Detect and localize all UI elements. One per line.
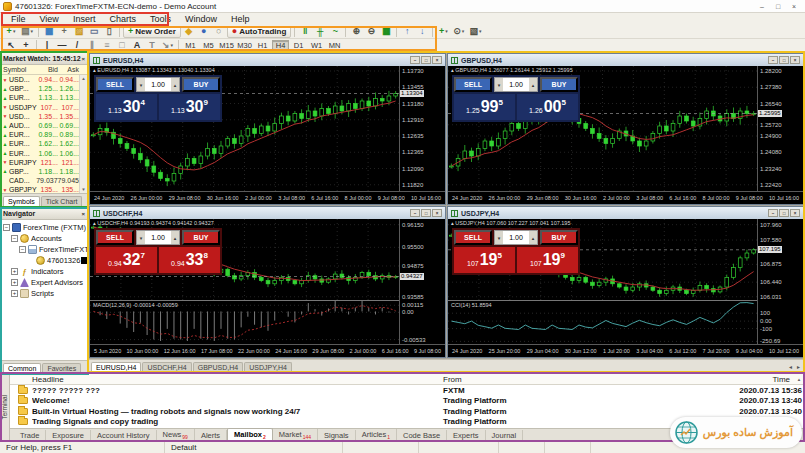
menu-view[interactable]: View — [33, 14, 66, 24]
chart-plot-area[interactable]: ▴ GBPUSD,H4 1.26077 1.26144 1.25912 1.25… — [448, 66, 757, 191]
news-icon[interactable]: ○ — [212, 26, 226, 38]
market-watch-row[interactable]: ▲EUR...1.62...1.62... — [1, 139, 87, 148]
column-header-symbol[interactable]: Symbol — [1, 66, 37, 73]
candlestick-chart-icon[interactable]: ╫ — [313, 26, 327, 38]
profiles-button[interactable]: ▤▾ — [19, 26, 35, 38]
metaeditor-icon[interactable]: ● — [197, 26, 211, 38]
terminal-tab-code-base[interactable]: Code Base — [397, 430, 447, 441]
market-watch-row[interactable]: ▲GBP...1.25...1.26... — [1, 84, 87, 93]
terminal-tab-trade[interactable]: Trade — [14, 430, 46, 441]
navigator-item-47601326[interactable]: 47601326 — [1, 255, 87, 266]
chart-restore-icon[interactable]: □ — [421, 209, 431, 217]
minimize-icon[interactable]: – — [754, 1, 770, 12]
volume-value[interactable]: 1.00 — [145, 78, 171, 91]
arrows-icon[interactable]: ↘▾ — [160, 39, 175, 51]
terminal-tab-articles[interactable]: Articles1 — [356, 429, 397, 441]
menu-file[interactable]: File — [4, 14, 33, 24]
chart-minimize-icon[interactable]: – — [768, 209, 778, 217]
navigator-tab-favorites[interactable]: Favorites — [42, 363, 81, 373]
horizontal-line-icon[interactable]: — — [55, 39, 69, 51]
chart-tab-gbpusd-h4[interactable]: GBPUSD,H4 — [193, 362, 243, 372]
market-watch-row[interactable]: ▲GBP...1.18...1.18... — [1, 167, 87, 176]
new-chart-button[interactable]: +▾ — [4, 26, 18, 38]
buy-button[interactable]: BUY — [182, 77, 220, 92]
bar-chart-icon[interactable]: ‖ — [298, 26, 312, 38]
volume-stepper[interactable]: ▾1.00▴ — [136, 77, 180, 92]
navigator-item-scripts[interactable]: +Scripts — [1, 288, 87, 299]
mail-row[interactable]: Welcome!Trading Platform2020.07.13 13:40 — [10, 396, 805, 407]
terminal-tab-journal[interactable]: Journal — [486, 430, 524, 441]
navigator-item-indicators[interactable]: +ƒIndicators — [1, 266, 87, 277]
market-watch-row[interactable]: ▼USD...0.94...0.94... — [1, 75, 87, 84]
chart-plot-area[interactable]: ▴ EURUSD,H4 1.13087 1.13343 1.13040 1.13… — [90, 66, 399, 191]
sell-button[interactable]: SELL — [96, 230, 134, 245]
market-watch-toggle-icon[interactable]: ▦ — [42, 26, 56, 38]
terminal-tab-market[interactable]: Market144 — [273, 429, 318, 441]
chart-plot-area[interactable]: ▴ USDCHF,H4 0.94193 0.94374 0.94142 0.94… — [90, 219, 399, 344]
collapse-icon[interactable]: − — [11, 235, 18, 242]
scroll-up-icon[interactable]: ▲ — [81, 76, 85, 81]
mail-row[interactable]: Built-in Virtual Hosting — trading robot… — [10, 406, 805, 417]
navigator-item-forextime-fxtm-mt4[interactable]: −ForexTime (FXTM) MT4 — [1, 222, 87, 233]
timeframe-m1[interactable]: M1 — [182, 40, 199, 51]
status-profile[interactable]: Default — [165, 442, 343, 453]
market-watch-tab-symbols[interactable]: Symbols — [3, 196, 40, 206]
text-icon[interactable]: A — [130, 39, 144, 51]
volume-increase-icon[interactable]: ▴ — [529, 78, 537, 91]
maximize-icon[interactable]: □ — [770, 1, 786, 12]
menu-insert[interactable]: Insert — [66, 14, 103, 24]
volume-value[interactable]: 1.00 — [503, 231, 529, 244]
timeframe-mn[interactable]: MN — [326, 40, 343, 51]
volume-stepper[interactable]: ▾1.00▴ — [494, 77, 538, 92]
volume-stepper[interactable]: ▾1.00▴ — [494, 230, 538, 245]
column-header-time[interactable]: Time — [693, 375, 793, 384]
column-header-headline[interactable]: Headline — [10, 375, 443, 384]
collapse-icon[interactable]: − — [3, 224, 10, 231]
chart-close-icon[interactable]: × — [432, 56, 442, 64]
volume-increase-icon[interactable]: ▴ — [529, 231, 537, 244]
vertical-line-icon[interactable]: | — [40, 39, 54, 51]
volume-decrease-icon[interactable]: ▾ — [495, 78, 503, 91]
terminal-tab-signals[interactable]: Signals — [318, 430, 356, 441]
chart-close-icon[interactable]: × — [790, 56, 800, 64]
chart-restore-icon[interactable]: □ — [421, 56, 431, 64]
script-icon[interactable]: ◆ — [182, 26, 196, 38]
timeframe-d1[interactable]: D1 — [290, 40, 307, 51]
chart-close-icon[interactable]: × — [432, 209, 442, 217]
timeframe-m30[interactable]: M30 — [236, 40, 253, 51]
tile-windows-icon[interactable]: ▦ — [379, 26, 393, 38]
expand-icon[interactable]: + — [11, 268, 18, 275]
market-watch-row[interactable]: ▲EUR...0.89...0.89... — [1, 130, 87, 139]
chart-title-bar[interactable]: EURUSD,H4–□× — [90, 54, 445, 66]
market-watch-row[interactable]: ▼GBPJPY135...135... — [1, 185, 87, 193]
arrange-down-icon[interactable]: ↓ — [415, 26, 429, 38]
new-order-button[interactable]: +New Order — [123, 26, 181, 38]
terminal-side-tab[interactable]: Terminal — [0, 374, 10, 441]
navigator-tab-common[interactable]: Common — [3, 363, 41, 373]
market-watch-row[interactable]: ▼EURJPY121...121... — [1, 158, 87, 167]
channel-icon[interactable]: ∥ — [85, 39, 99, 51]
terminal-tab-experts[interactable]: Experts — [447, 430, 485, 441]
volume-decrease-icon[interactable]: ▾ — [137, 231, 145, 244]
timeframe-w1[interactable]: W1 — [308, 40, 325, 51]
indicators-button[interactable]: +▾ — [436, 26, 450, 38]
volume-value[interactable]: 1.00 — [145, 231, 171, 244]
zoom-out-icon[interactable]: ⊖ — [364, 26, 378, 38]
market-watch-row[interactable]: ▲EUR...1.06...1.06... — [1, 149, 87, 158]
chart-tab-usdjpy-h4[interactable]: USDJPY,H4 — [244, 362, 292, 372]
terminal-tab-alerts[interactable]: Alerts — [195, 430, 227, 441]
menu-help[interactable]: Help — [224, 14, 257, 24]
close-icon[interactable]: × — [81, 211, 85, 217]
strategy-tester-icon[interactable]: ▯ — [102, 26, 116, 38]
volume-stepper[interactable]: ▾1.00▴ — [136, 230, 180, 245]
mail-row[interactable]: ????? ????? ???FXTM2020.07.13 15:36 — [10, 385, 805, 396]
expand-icon[interactable]: + — [11, 279, 18, 286]
sell-button[interactable]: SELL — [96, 77, 134, 92]
buy-button[interactable]: BUY — [540, 230, 578, 245]
scroll-left-icon[interactable]: ◄ — [788, 364, 793, 370]
periods-button[interactable]: ⊙▾ — [451, 26, 466, 38]
arrange-up-icon[interactable]: ↑ — [400, 26, 414, 38]
collapse-icon[interactable]: − — [19, 246, 26, 253]
templates-button[interactable]: ▧▾ — [467, 26, 483, 38]
close-icon[interactable]: × — [81, 56, 85, 62]
